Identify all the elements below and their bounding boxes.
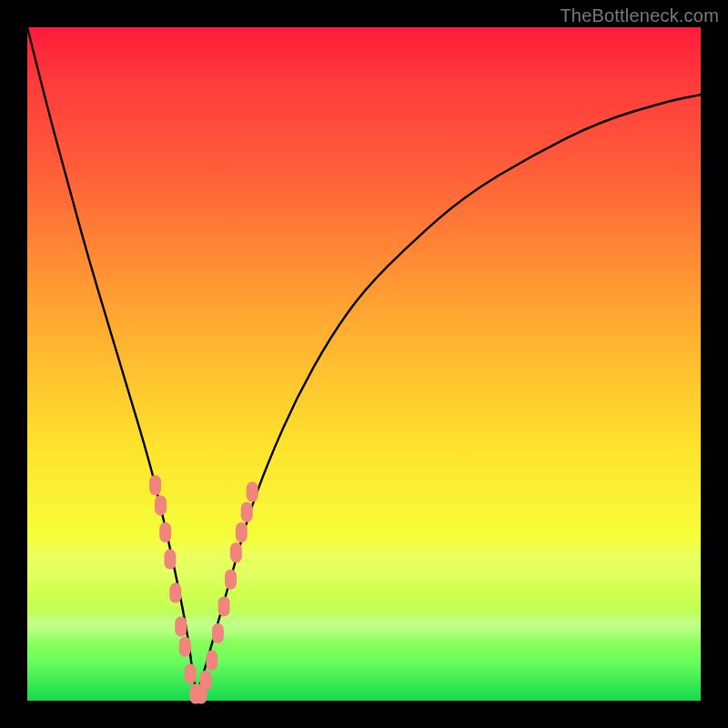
curve-marker	[230, 542, 242, 562]
curve-marker	[247, 482, 258, 502]
bottleneck-curve	[27, 27, 701, 687]
curve-marker	[241, 502, 253, 522]
curve-marker	[225, 570, 237, 590]
curve-marker	[212, 623, 224, 643]
chart-frame: TheBottleneck.com	[0, 0, 728, 728]
curve-layer	[27, 27, 701, 701]
curve-marker	[175, 617, 187, 637]
curve-marker	[185, 663, 197, 683]
curve-marker	[149, 475, 161, 495]
curve-marker	[236, 522, 248, 542]
curve-marker	[155, 495, 167, 515]
watermark-text: TheBottleneck.com	[560, 5, 719, 26]
curve-marker	[164, 550, 176, 570]
curve-marker	[169, 583, 181, 603]
curve-marker	[218, 596, 230, 616]
curve-marker	[159, 522, 171, 542]
curve-marker	[200, 671, 212, 691]
curve-marker	[206, 651, 217, 671]
curve-marker	[179, 637, 191, 657]
plot-area	[27, 27, 701, 701]
